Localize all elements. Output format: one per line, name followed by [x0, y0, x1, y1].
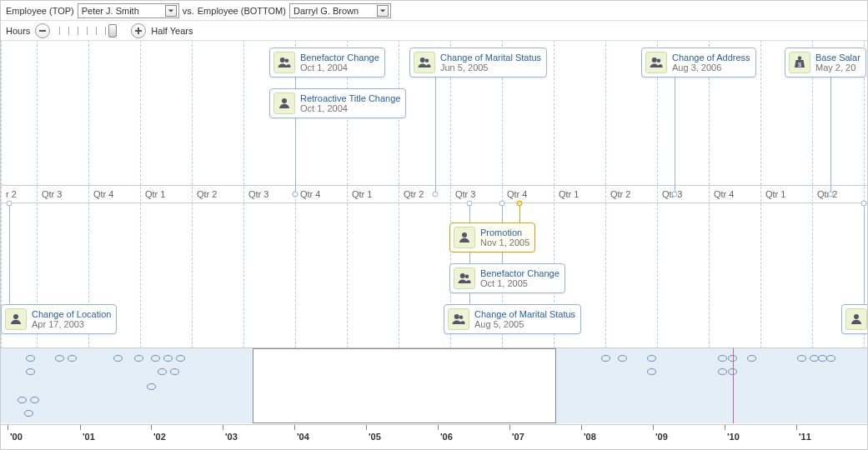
overview-dot[interactable]	[30, 397, 39, 403]
overview-dot[interactable]	[158, 368, 167, 375]
event-pin[interactable]	[467, 201, 473, 207]
zoom-out-button[interactable]	[35, 23, 50, 38]
overview-dot[interactable]	[747, 355, 756, 362]
event-card[interactable]: Benefactor ChangeOct 1, 2004	[269, 48, 385, 78]
svg-point-10	[798, 57, 802, 61]
svg-point-3	[280, 58, 285, 62]
year-label: '01	[83, 432, 95, 442]
event-date: Jun 5, 2005	[440, 62, 541, 72]
year-tick	[725, 425, 725, 430]
event-card[interactable]: PromotionNov 1, 2005	[449, 222, 535, 252]
event-title: Benefactor Change	[480, 268, 559, 278]
svg-point-4	[285, 59, 289, 63]
overview-dot[interactable]	[26, 368, 35, 375]
overview-dot[interactable]	[163, 355, 173, 362]
event-card[interactable]: EJ	[841, 304, 867, 334]
overview-dot[interactable]	[718, 355, 727, 362]
overview-dot[interactable]	[55, 355, 64, 362]
vs-label: vs.	[183, 6, 194, 16]
event-date: Oct 1, 2005	[480, 278, 559, 288]
event-card[interactable]: $Base SalarMay 2, 20	[785, 48, 866, 78]
zoom-in-button[interactable]	[131, 23, 146, 38]
event-card[interactable]: Change of AddressAug 3, 2006	[641, 48, 756, 78]
overview-dot[interactable]	[647, 368, 656, 375]
money-bag-icon: $	[789, 52, 810, 73]
year-tick	[438, 425, 439, 430]
event-date: Apr 17, 2003	[32, 319, 111, 329]
overview-dot[interactable]	[147, 383, 156, 390]
event-pin[interactable]	[672, 192, 678, 198]
quarter-gridline	[812, 41, 813, 348]
overview-dot[interactable]	[618, 355, 627, 362]
event-date: Oct 1, 2004	[300, 62, 379, 72]
quarter-gridline	[450, 41, 451, 348]
year-tick	[581, 425, 582, 430]
overview-dot[interactable]	[134, 355, 143, 362]
event-pin[interactable]	[861, 201, 867, 207]
event-card[interactable]: Benefactor ChangeOct 1, 2005	[449, 263, 565, 293]
event-date: Aug 3, 2006	[672, 62, 750, 72]
chevron-down-icon	[165, 5, 177, 17]
event-card[interactable]: Change of Marital StatusAug 5, 2005	[444, 304, 581, 334]
year-tick	[80, 425, 81, 430]
people-icon	[273, 52, 295, 73]
quarter-gridline	[657, 41, 658, 348]
quarter-label: r 2	[6, 189, 17, 199]
event-pin[interactable]	[433, 192, 439, 198]
event-pin[interactable]	[499, 201, 505, 207]
overview-dot[interactable]	[797, 355, 806, 362]
quarter-label: Qtr 1	[559, 189, 579, 199]
quarter-label: Qtr 4	[714, 189, 734, 199]
year-label: '02	[153, 432, 166, 442]
year-label: '08	[584, 432, 596, 442]
quarter-gridline	[709, 41, 710, 348]
event-title: Base Salar	[815, 52, 860, 62]
timeline-area[interactable]: r 2Qtr 3Qtr 4Qtr 1Qtr 2Qtr 3Qtr 4Qtr 1Qt…	[1, 41, 867, 348]
year-label: '04	[297, 432, 309, 442]
overview-dot[interactable]	[601, 355, 610, 362]
year-label: '06	[440, 432, 453, 442]
employee-selector-bar: Employee (TOP) Peter J. Smith vs. Employ…	[1, 1, 867, 21]
overview-window[interactable]	[253, 348, 556, 423]
quarter-gridline	[347, 41, 348, 348]
people-icon	[454, 268, 475, 289]
overview-dot[interactable]	[24, 410, 33, 417]
person-icon	[454, 227, 475, 248]
event-date: May 2, 20	[815, 62, 860, 72]
overview-dot[interactable]	[151, 355, 160, 362]
event-stem	[435, 62, 436, 194]
employee-top-dropdown[interactable]: Peter J. Smith	[78, 3, 179, 18]
overview-dot[interactable]	[68, 355, 77, 362]
overview-dot[interactable]	[18, 397, 27, 403]
event-title: Change of Address	[672, 52, 750, 62]
event-title: Promotion	[480, 228, 529, 238]
year-tick	[151, 425, 152, 430]
event-pin[interactable]	[517, 201, 523, 207]
overview-dot[interactable]	[113, 355, 123, 362]
year-tick	[366, 425, 367, 430]
svg-point-16	[454, 314, 459, 319]
svg-point-17	[459, 316, 464, 320]
quarter-gridline	[760, 41, 761, 348]
zoom-slider-thumb[interactable]	[108, 24, 117, 38]
zoom-right-label: Half Years	[151, 26, 193, 36]
event-title: Change of Location	[32, 309, 111, 319]
overview-dot[interactable]	[718, 368, 727, 375]
overview-dot[interactable]	[170, 368, 179, 375]
svg-point-15	[465, 275, 469, 279]
event-card[interactable]: Change of Marital StatusJun 5, 2005	[409, 48, 547, 78]
overview-dot[interactable]	[647, 355, 656, 362]
overview-dot[interactable]	[176, 355, 185, 362]
svg-point-13	[462, 232, 467, 238]
event-card[interactable]: Retroactive Title ChangeOct 1, 2004	[269, 88, 406, 118]
quarter-gridline	[37, 41, 38, 348]
quarter-gridline	[399, 41, 399, 348]
event-pin[interactable]	[293, 192, 299, 198]
event-pin[interactable]	[7, 201, 13, 207]
overview-dot[interactable]	[26, 355, 35, 362]
employee-bottom-dropdown[interactable]: Darryl G. Brown	[289, 3, 391, 18]
zoom-slider[interactable]	[55, 24, 126, 38]
event-pin[interactable]	[828, 192, 834, 198]
overview-dot[interactable]	[826, 355, 835, 362]
event-card[interactable]: Change of LocationApr 17, 2003	[1, 304, 117, 334]
